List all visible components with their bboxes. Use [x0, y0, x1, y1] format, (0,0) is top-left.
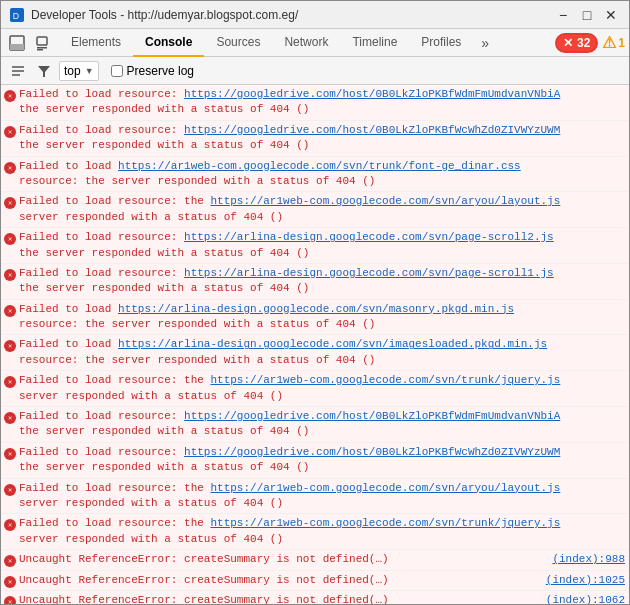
error-message: Uncaught ReferenceError: createSummary i…: [19, 593, 389, 605]
error-prefix: Failed to load resource:: [19, 267, 184, 279]
inspect-icon[interactable]: [31, 31, 55, 55]
console-row: Failed to load resource: the https://ar1…: [1, 514, 629, 550]
favicon-icon: D: [9, 7, 25, 23]
error-x-icon: ✕: [563, 36, 573, 50]
error-link[interactable]: https://googledrive.com/host/0B0LkZloPKB…: [184, 88, 560, 100]
menu-bar: Elements Console Sources Network Timelin…: [1, 29, 629, 57]
minimize-button[interactable]: −: [553, 6, 573, 24]
console-toolbar: top ▼ Preserve log: [1, 57, 629, 85]
error-link[interactable]: https://googledrive.com/host/0B0LkZloPKB…: [184, 124, 560, 136]
error-link[interactable]: https://arlina-design.googlecode.com/svn…: [184, 231, 554, 243]
console-row: Failed to load resource: the https://ar1…: [1, 371, 629, 407]
warn-triangle-icon: ⚠: [602, 33, 616, 52]
error-continuation: server responded with a status of 404 (): [19, 210, 625, 225]
error-continuation: resource: the server responded with a st…: [19, 317, 625, 332]
error-continuation: the server responded with a status of 40…: [19, 138, 625, 153]
maximize-button[interactable]: □: [577, 6, 597, 24]
context-selector[interactable]: top ▼: [59, 61, 99, 81]
error-link[interactable]: https://ar1web-com.googlecode.com/svn/tr…: [210, 374, 560, 386]
window-controls: − □ ✕: [553, 6, 621, 24]
error-continuation: the server responded with a status of 40…: [19, 246, 625, 261]
error-link[interactable]: https://googledrive.com/host/0B0LkZloPKB…: [184, 446, 560, 458]
console-row: Failed to load resource: https://googled…: [1, 121, 629, 157]
console-row: Failed to load https://arlina-design.goo…: [1, 335, 629, 371]
error-link[interactable]: https://ar1web-com.googlecode.com/svn/ar…: [210, 195, 560, 207]
error-continuation: the server responded with a status of 40…: [19, 102, 625, 117]
tab-network[interactable]: Network: [272, 29, 340, 57]
error-circle-icon: [3, 194, 19, 209]
error-prefix: Failed to load resource: the: [19, 482, 210, 494]
chevron-down-icon: ▼: [85, 66, 94, 76]
error-circle-icon: [3, 302, 19, 317]
row-content: Failed to load resource: https://arlina-…: [19, 266, 625, 297]
menu-tabs: Elements Console Sources Network Timelin…: [59, 29, 555, 57]
error-circle-icon: [3, 373, 19, 388]
error-circle-icon: [3, 445, 19, 460]
error-source[interactable]: (index):1062: [546, 593, 625, 605]
error-link[interactable]: https://ar1web-com.googlecode.com/svn/tr…: [118, 160, 521, 172]
error-circle-icon: [3, 409, 19, 424]
error-link[interactable]: https://ar1web-com.googlecode.com/svn/ar…: [210, 482, 560, 494]
row-content: Failed to load resource: the https://ar1…: [19, 194, 625, 225]
row-content: Failed to load https://ar1web-com.google…: [19, 159, 625, 190]
tab-sources[interactable]: Sources: [204, 29, 272, 57]
context-value: top: [64, 64, 81, 78]
error-count: 32: [577, 36, 590, 50]
row-content: Failed to load https://arlina-design.goo…: [19, 302, 625, 333]
console-row: Uncaught ReferenceError: createSummary i…: [1, 550, 629, 570]
warn-count: 1: [618, 36, 625, 50]
tab-timeline[interactable]: Timeline: [340, 29, 409, 57]
error-link[interactable]: https://arlina-design.googlecode.com/svn…: [184, 267, 554, 279]
error-link[interactable]: https://arlina-design.googlecode.com/svn…: [118, 303, 514, 315]
error-prefix: Failed to load resource:: [19, 231, 184, 243]
error-source[interactable]: (index):1025: [546, 573, 625, 588]
filter-button[interactable]: [33, 60, 55, 82]
console-row: Failed to load resource: the https://ar1…: [1, 479, 629, 515]
console-output: Failed to load resource: https://googled…: [1, 85, 629, 605]
console-row: Uncaught ReferenceError: createSummary i…: [1, 571, 629, 591]
error-link[interactable]: https://ar1web-com.googlecode.com/svn/tr…: [210, 517, 560, 529]
error-continuation: server responded with a status of 404 (): [19, 389, 625, 404]
row-content: Failed to load resource: https://arlina-…: [19, 230, 625, 261]
row-content: Uncaught ReferenceError: createSummary i…: [19, 552, 625, 567]
preserve-log-checkbox[interactable]: [111, 65, 123, 77]
error-circle-icon: [3, 516, 19, 531]
error-circle-icon: [3, 159, 19, 174]
svg-marker-10: [38, 66, 50, 77]
error-link[interactable]: https://googledrive.com/host/0B0LkZloPKB…: [184, 410, 560, 422]
error-prefix: Failed to load: [19, 303, 118, 315]
error-continuation: server responded with a status of 404 (): [19, 532, 625, 547]
svg-rect-5: [37, 47, 47, 49]
tab-elements[interactable]: Elements: [59, 29, 133, 57]
error-prefix: Failed to load: [19, 160, 118, 172]
error-circle-icon: [3, 481, 19, 496]
tab-console[interactable]: Console: [133, 29, 204, 57]
console-row: Uncaught ReferenceError: createSummary i…: [1, 591, 629, 605]
svg-rect-3: [10, 44, 24, 50]
console-row: Failed to load resource: the https://ar1…: [1, 192, 629, 228]
error-message: Uncaught ReferenceError: createSummary i…: [19, 552, 389, 567]
error-link[interactable]: https://arlina-design.googlecode.com/svn…: [118, 338, 547, 350]
nav-icons: [5, 31, 55, 55]
row-content: Failed to load resource: https://googled…: [19, 123, 625, 154]
close-button[interactable]: ✕: [601, 6, 621, 24]
row-content: Failed to load resource: the https://ar1…: [19, 481, 625, 512]
more-tabs-button[interactable]: »: [473, 31, 497, 55]
row-content: Failed to load resource: https://googled…: [19, 87, 625, 118]
dock-icon[interactable]: [5, 31, 29, 55]
row-content: Failed to load resource: https://googled…: [19, 409, 625, 440]
clear-console-button[interactable]: [7, 60, 29, 82]
warn-count-badge: ⚠ 1: [602, 33, 625, 52]
error-circle-icon: [3, 552, 19, 567]
console-row: Failed to load https://ar1web-com.google…: [1, 157, 629, 193]
row-content: Failed to load resource: the https://ar1…: [19, 516, 625, 547]
console-row: Failed to load resource: https://arlina-…: [1, 264, 629, 300]
preserve-log-option: Preserve log: [111, 64, 194, 78]
tab-profiles[interactable]: Profiles: [409, 29, 473, 57]
error-source[interactable]: (index):988: [552, 552, 625, 567]
svg-text:D: D: [13, 10, 19, 20]
preserve-log-label: Preserve log: [127, 64, 194, 78]
console-row: Failed to load resource: https://arlina-…: [1, 228, 629, 264]
console-row: Failed to load https://arlina-design.goo…: [1, 300, 629, 336]
row-content: Uncaught ReferenceError: createSummary i…: [19, 593, 625, 605]
